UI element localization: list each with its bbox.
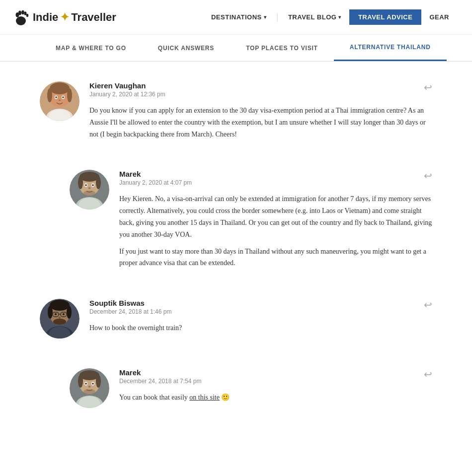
comment-text-marek2: You can book that easily on this site 🙂 [119,392,432,404]
svg-point-11 [47,88,52,102]
svg-point-17 [59,100,61,101]
comment-header-marek2: Marek December 24, 2018 at 7:54 pm ↩ [119,368,432,390]
svg-point-5 [26,14,28,17]
comment-marek1: Marek January 2, 2020 at 4:07 pm ↩ Hey K… [70,160,432,269]
logo-dot: ✦ [60,11,69,24]
svg-point-16 [62,96,64,98]
svg-point-10 [50,82,70,94]
on-this-site-link[interactable]: on this site [189,394,220,401]
reply-button-marek1[interactable]: ↩ [424,170,432,182]
comment-body-marek1: Marek January 2, 2020 at 4:07 pm ↩ Hey K… [119,170,432,269]
svg-point-15 [55,96,57,98]
logo-text-part1: Indie [33,11,58,24]
comment-date-marek2: December 24, 2018 at 7:54 pm [119,378,201,385]
svg-point-23 [78,176,83,189]
comment-author-marek2: Marek [119,368,201,377]
main-nav: DESTINATIONS ▾ | TRAVEL BLOG ▾ TRAVEL AD… [203,9,457,25]
nav-travel-advice[interactable]: TRAVEL ADVICE [349,9,422,25]
comment-body-souptik: Souptik Biswas December 24, 2018 at 1:46… [89,299,432,339]
nav-travel-blog[interactable]: TRAVEL BLOG ▾ [280,9,349,25]
avatar-marek2 [70,368,109,408]
travel-blog-arrow-icon: ▾ [338,14,341,20]
logo-icon [15,7,30,27]
svg-point-3 [21,10,24,14]
comment-text-marek1: Hey Kieren. No, a visa-on-arrival can on… [119,193,432,269]
svg-point-12 [67,88,72,102]
subnav-alternative-thailand[interactable]: ALTERNATIVE THAILAND [334,35,447,61]
avatar-kieren [40,81,79,121]
comment-author-kieren: Kieren Vaughan [89,81,165,90]
svg-point-42 [63,313,65,315]
comment-header-souptik: Souptik Biswas December 24, 2018 at 1:46… [89,299,432,320]
comment-souptik: Souptik Biswas December 24, 2018 at 1:46… [40,289,432,339]
svg-point-29 [92,185,94,187]
comment-date-marek1: January 2, 2020 at 4:07 pm [119,179,192,186]
logo-text-part2: Traveller [71,11,116,24]
svg-point-36 [48,306,53,319]
svg-point-30 [88,187,91,189]
comment-kieren: Kieren Vaughan January 2, 2020 at 12:36 … [40,71,432,140]
svg-point-35 [50,300,70,311]
svg-point-37 [67,306,72,319]
reply-button-kieren[interactable]: ↩ [424,81,432,93]
subnav-top-places[interactable]: TOP PLACES TO VISIT [230,36,334,61]
nav-separator-1: | [274,12,280,22]
svg-point-52 [83,389,95,394]
subnav-map[interactable]: MAP & WHERE TO GO [40,36,142,61]
comment-text-kieren: Do you know if you can apply for an exte… [89,105,432,140]
comment-body-kieren: Kieren Vaughan January 2, 2020 at 12:36 … [89,81,432,140]
svg-point-41 [55,313,57,315]
svg-point-44 [59,317,61,319]
nav-gear[interactable]: GEAR [421,9,457,25]
nav-destinations[interactable]: DESTINATIONS ▾ [203,9,274,25]
svg-point-24 [96,176,101,189]
logo[interactable]: Indie✦Traveller [15,7,116,27]
svg-point-55 [85,383,87,385]
header: Indie✦Traveller DESTINATIONS ▾ | TRAVEL … [0,0,472,35]
comment-date-kieren: January 2, 2020 at 12:36 pm [89,91,165,98]
comment-body-marek2: Marek December 24, 2018 at 7:54 pm ↩ You… [119,368,432,408]
comment-header-marek1: Marek January 2, 2020 at 4:07 pm ↩ [119,170,432,191]
comment-author-marek1: Marek [119,170,192,178]
svg-point-43 [53,319,66,325]
svg-point-25 [83,191,95,196]
comments-section: Kieren Vaughan January 2, 2020 at 12:36 … [0,62,472,448]
svg-point-2 [18,11,21,15]
svg-point-28 [85,185,87,187]
comment-text-souptik: How to book the overnight train? [89,322,432,334]
svg-point-0 [16,16,26,25]
comment-date-souptik: December 24, 2018 at 1:46 pm [89,308,171,315]
svg-point-56 [92,383,94,385]
avatar-marek1 [70,170,109,209]
svg-point-4 [24,11,27,15]
reply-button-souptik[interactable]: ↩ [424,299,432,311]
subnav-quick-answers[interactable]: QUICK ANSWERS [142,36,230,61]
svg-point-50 [78,375,83,388]
destinations-arrow-icon: ▾ [264,14,267,20]
comment-marek2: Marek December 24, 2018 at 7:54 pm ↩ You… [70,358,432,408]
comment-header-kieren: Kieren Vaughan January 2, 2020 at 12:36 … [89,81,432,103]
avatar-souptik [40,299,79,339]
svg-point-57 [88,386,91,388]
reply-button-marek2[interactable]: ↩ [424,368,432,380]
comment-author-souptik: Souptik Biswas [89,299,171,307]
sub-nav: MAP & WHERE TO GO QUICK ANSWERS TOP PLAC… [0,35,472,62]
svg-point-51 [96,375,101,388]
